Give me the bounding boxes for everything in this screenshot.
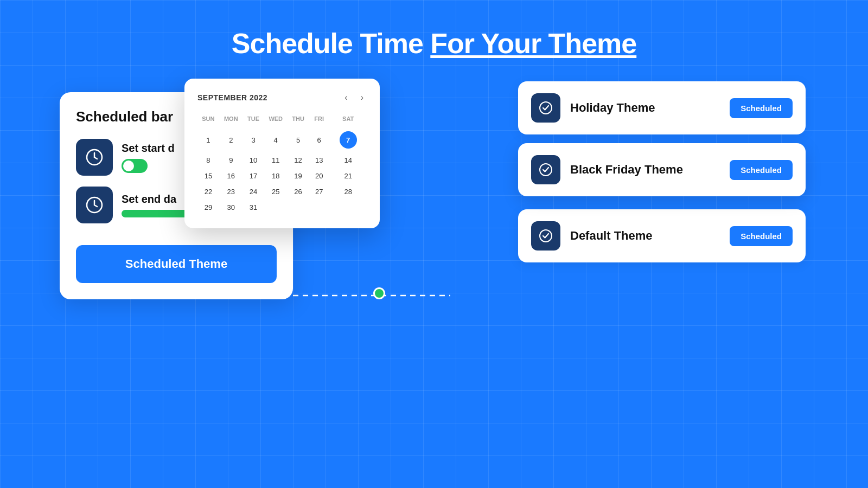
calendar-day[interactable]: 23 — [219, 184, 243, 200]
calendar-day[interactable]: 4 — [264, 127, 288, 152]
holiday-theme-name: Holiday Theme — [570, 101, 655, 115]
next-month-button[interactable]: › — [358, 92, 367, 104]
calendar-header: SEPTEMBER 2022 ‹ › — [197, 92, 367, 104]
calendar-day[interactable]: 9 — [219, 152, 243, 168]
calendar-day[interactable]: 15 — [197, 168, 219, 184]
calendar-day[interactable]: 20 — [309, 168, 329, 184]
page-title: Schedule Time For Your Theme — [232, 27, 636, 60]
calendar-day — [288, 200, 309, 215]
calendar-grid: SUN MON TUE WED THU FRI SAT 123456789101… — [197, 113, 367, 215]
calendar-day[interactable]: 31 — [243, 200, 264, 215]
day-header-wed: WED — [264, 113, 288, 127]
calendar-day[interactable]: 2 — [219, 127, 243, 152]
day-header-sun: SUN — [197, 113, 219, 127]
svg-point-3 — [540, 102, 552, 114]
calendar-day[interactable]: 18 — [264, 168, 288, 184]
calendar-day[interactable]: 28 — [329, 184, 367, 200]
theme-card-left-blackfriday: Black Friday Theme — [531, 155, 683, 184]
schedule-theme-button[interactable]: Scheduled Theme — [76, 245, 277, 283]
right-panel: Holiday Theme Scheduled Black Friday The… — [518, 81, 806, 258]
connector-dot — [373, 287, 385, 299]
content-area: Scheduled bar Set start d — [0, 76, 868, 488]
start-toggle[interactable] — [122, 159, 148, 173]
calendar-day[interactable]: 30 — [219, 200, 243, 215]
calendar-day[interactable]: 12 — [288, 152, 309, 168]
calendar-day[interactable]: 7 — [329, 127, 367, 152]
calendar-day[interactable]: 22 — [197, 184, 219, 200]
theme-card-left-default: Default Theme — [531, 221, 653, 251]
theme-card-default: Default Theme Scheduled — [518, 209, 806, 262]
calendar-day[interactable]: 8 — [197, 152, 219, 168]
blackfriday-icon-box — [531, 155, 560, 184]
calendar-day[interactable]: 21 — [329, 168, 367, 184]
theme-card-left-holiday: Holiday Theme — [531, 93, 655, 123]
calendar-day[interactable]: 17 — [243, 168, 264, 184]
calendar-day[interactable]: 10 — [243, 152, 264, 168]
blackfriday-theme-name: Black Friday Theme — [570, 163, 683, 177]
prev-month-button[interactable]: ‹ — [341, 92, 350, 104]
default-theme-name: Default Theme — [570, 229, 653, 243]
check-circle-icon-blackfriday — [538, 162, 553, 177]
check-circle-icon-default — [538, 228, 553, 243]
calendar-day[interactable]: 26 — [288, 184, 309, 200]
calendar-day[interactable]: 16 — [219, 168, 243, 184]
calendar-day — [264, 200, 288, 215]
calendar-day[interactable]: 24 — [243, 184, 264, 200]
start-date-info: Set start d — [122, 142, 175, 173]
end-date-icon-box — [76, 187, 113, 223]
start-date-icon-box — [76, 139, 113, 176]
holiday-scheduled-badge[interactable]: Scheduled — [730, 98, 793, 118]
default-icon-box — [531, 221, 560, 251]
calendar-day[interactable]: 11 — [264, 152, 288, 168]
theme-card-blackfriday: Black Friday Theme Scheduled — [518, 143, 806, 196]
clock-icon — [85, 147, 104, 167]
calendar-nav: ‹ › — [341, 92, 367, 104]
blackfriday-scheduled-badge[interactable]: Scheduled — [730, 160, 793, 180]
calendar-day[interactable]: 6 — [309, 127, 329, 152]
calendar-day[interactable]: 5 — [288, 127, 309, 152]
day-header-thu: THU — [288, 113, 309, 127]
calendar-day[interactable]: 19 — [288, 168, 309, 184]
default-scheduled-badge[interactable]: Scheduled — [730, 226, 793, 246]
calendar-day[interactable]: 1 — [197, 127, 219, 152]
calendar-day — [309, 200, 329, 215]
day-header-tue: TUE — [243, 113, 264, 127]
calendar-day[interactable]: 13 — [309, 152, 329, 168]
day-header-sat: SAT — [329, 113, 367, 127]
calendar-day[interactable]: 25 — [264, 184, 288, 200]
main-container: Schedule Time For Your Theme Scheduled b… — [0, 0, 868, 488]
svg-point-4 — [540, 164, 552, 176]
holiday-icon-box — [531, 93, 560, 123]
check-circle-icon-holiday — [538, 100, 553, 115]
calendar-month: SEPTEMBER 2022 — [197, 93, 267, 102]
day-header-mon: MON — [219, 113, 243, 127]
svg-point-5 — [540, 230, 552, 242]
calendar-day[interactable]: 3 — [243, 127, 264, 152]
calendar-day[interactable]: 14 — [329, 152, 367, 168]
clock-icon-2 — [85, 195, 104, 215]
day-header-fri: FRI — [309, 113, 329, 127]
start-date-label: Set start d — [122, 142, 175, 155]
calendar-day[interactable]: 29 — [197, 200, 219, 215]
theme-card-holiday: Holiday Theme Scheduled — [518, 81, 806, 134]
calendar-card: SEPTEMBER 2022 ‹ › SUN MON TUE WED THU F… — [184, 79, 380, 228]
calendar-day[interactable]: 27 — [309, 184, 329, 200]
calendar-day — [329, 200, 367, 215]
